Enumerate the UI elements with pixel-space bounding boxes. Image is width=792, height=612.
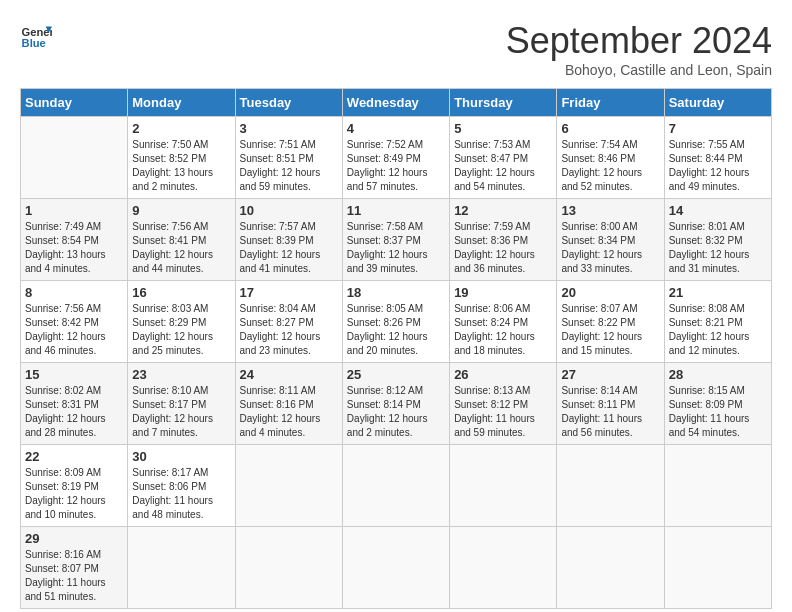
calendar-week-row: 1Sunrise: 7:49 AMSunset: 8:54 PMDaylight… (21, 199, 772, 281)
calendar-cell: 21Sunrise: 8:08 AMSunset: 8:21 PMDayligh… (664, 281, 771, 363)
calendar-cell: 22Sunrise: 8:09 AMSunset: 8:19 PMDayligh… (21, 445, 128, 527)
day-number: 14 (669, 203, 767, 218)
calendar-cell: 12Sunrise: 7:59 AMSunset: 8:36 PMDayligh… (450, 199, 557, 281)
calendar-cell (342, 445, 449, 527)
day-info: Sunrise: 7:53 AMSunset: 8:47 PMDaylight:… (454, 138, 552, 194)
day-info: Sunrise: 7:56 AMSunset: 8:41 PMDaylight:… (132, 220, 230, 276)
day-info: Sunrise: 8:10 AMSunset: 8:17 PMDaylight:… (132, 384, 230, 440)
calendar-week-row: 22Sunrise: 8:09 AMSunset: 8:19 PMDayligh… (21, 445, 772, 527)
day-info: Sunrise: 8:08 AMSunset: 8:21 PMDaylight:… (669, 302, 767, 358)
day-info: Sunrise: 8:00 AMSunset: 8:34 PMDaylight:… (561, 220, 659, 276)
calendar-cell: 10Sunrise: 7:57 AMSunset: 8:39 PMDayligh… (235, 199, 342, 281)
day-info: Sunrise: 7:52 AMSunset: 8:49 PMDaylight:… (347, 138, 445, 194)
calendar-cell (235, 445, 342, 527)
title-block: September 2024 Bohoyo, Castille and Leon… (506, 20, 772, 78)
weekday-header-saturday: Saturday (664, 89, 771, 117)
day-info: Sunrise: 7:54 AMSunset: 8:46 PMDaylight:… (561, 138, 659, 194)
weekday-header-row: SundayMondayTuesdayWednesdayThursdayFrid… (21, 89, 772, 117)
day-info: Sunrise: 7:51 AMSunset: 8:51 PMDaylight:… (240, 138, 338, 194)
day-number: 10 (240, 203, 338, 218)
day-number: 11 (347, 203, 445, 218)
day-number: 7 (669, 121, 767, 136)
day-number: 1 (25, 203, 123, 218)
calendar-cell: 20Sunrise: 8:07 AMSunset: 8:22 PMDayligh… (557, 281, 664, 363)
weekday-header-tuesday: Tuesday (235, 89, 342, 117)
day-info: Sunrise: 7:59 AMSunset: 8:36 PMDaylight:… (454, 220, 552, 276)
day-number: 23 (132, 367, 230, 382)
day-number: 24 (240, 367, 338, 382)
day-number: 12 (454, 203, 552, 218)
day-number: 19 (454, 285, 552, 300)
calendar-cell (21, 117, 128, 199)
day-number: 17 (240, 285, 338, 300)
calendar-cell: 1Sunrise: 7:49 AMSunset: 8:54 PMDaylight… (21, 199, 128, 281)
calendar-cell: 11Sunrise: 7:58 AMSunset: 8:37 PMDayligh… (342, 199, 449, 281)
day-info: Sunrise: 8:06 AMSunset: 8:24 PMDaylight:… (454, 302, 552, 358)
calendar-cell (235, 527, 342, 609)
day-number: 21 (669, 285, 767, 300)
location-subtitle: Bohoyo, Castille and Leon, Spain (506, 62, 772, 78)
calendar-cell: 23Sunrise: 8:10 AMSunset: 8:17 PMDayligh… (128, 363, 235, 445)
day-info: Sunrise: 8:09 AMSunset: 8:19 PMDaylight:… (25, 466, 123, 522)
day-info: Sunrise: 8:14 AMSunset: 8:11 PMDaylight:… (561, 384, 659, 440)
day-number: 25 (347, 367, 445, 382)
calendar-cell (664, 527, 771, 609)
calendar-week-row: 8Sunrise: 7:56 AMSunset: 8:42 PMDaylight… (21, 281, 772, 363)
calendar-cell: 9Sunrise: 7:56 AMSunset: 8:41 PMDaylight… (128, 199, 235, 281)
calendar-cell (342, 527, 449, 609)
weekday-header-thursday: Thursday (450, 89, 557, 117)
day-info: Sunrise: 8:11 AMSunset: 8:16 PMDaylight:… (240, 384, 338, 440)
day-number: 26 (454, 367, 552, 382)
day-info: Sunrise: 8:03 AMSunset: 8:29 PMDaylight:… (132, 302, 230, 358)
day-info: Sunrise: 7:50 AMSunset: 8:52 PMDaylight:… (132, 138, 230, 194)
calendar-cell: 25Sunrise: 8:12 AMSunset: 8:14 PMDayligh… (342, 363, 449, 445)
calendar-cell: 2Sunrise: 7:50 AMSunset: 8:52 PMDaylight… (128, 117, 235, 199)
calendar-cell: 7Sunrise: 7:55 AMSunset: 8:44 PMDaylight… (664, 117, 771, 199)
calendar-cell: 29Sunrise: 8:16 AMSunset: 8:07 PMDayligh… (21, 527, 128, 609)
calendar-cell: 27Sunrise: 8:14 AMSunset: 8:11 PMDayligh… (557, 363, 664, 445)
calendar-cell: 8Sunrise: 7:56 AMSunset: 8:42 PMDaylight… (21, 281, 128, 363)
page-header: General Blue September 2024 Bohoyo, Cast… (20, 20, 772, 78)
calendar-cell (557, 445, 664, 527)
calendar-cell: 19Sunrise: 8:06 AMSunset: 8:24 PMDayligh… (450, 281, 557, 363)
day-info: Sunrise: 7:55 AMSunset: 8:44 PMDaylight:… (669, 138, 767, 194)
day-info: Sunrise: 7:58 AMSunset: 8:37 PMDaylight:… (347, 220, 445, 276)
day-info: Sunrise: 8:15 AMSunset: 8:09 PMDaylight:… (669, 384, 767, 440)
day-number: 22 (25, 449, 123, 464)
calendar-cell: 28Sunrise: 8:15 AMSunset: 8:09 PMDayligh… (664, 363, 771, 445)
day-number: 16 (132, 285, 230, 300)
calendar-cell (128, 527, 235, 609)
calendar-cell: 6Sunrise: 7:54 AMSunset: 8:46 PMDaylight… (557, 117, 664, 199)
day-info: Sunrise: 8:01 AMSunset: 8:32 PMDaylight:… (669, 220, 767, 276)
day-number: 13 (561, 203, 659, 218)
calendar-cell (450, 445, 557, 527)
day-number: 3 (240, 121, 338, 136)
calendar-table: SundayMondayTuesdayWednesdayThursdayFrid… (20, 88, 772, 609)
day-number: 28 (669, 367, 767, 382)
day-info: Sunrise: 8:07 AMSunset: 8:22 PMDaylight:… (561, 302, 659, 358)
day-info: Sunrise: 8:04 AMSunset: 8:27 PMDaylight:… (240, 302, 338, 358)
calendar-cell (450, 527, 557, 609)
calendar-week-row: 29Sunrise: 8:16 AMSunset: 8:07 PMDayligh… (21, 527, 772, 609)
day-info: Sunrise: 7:49 AMSunset: 8:54 PMDaylight:… (25, 220, 123, 276)
day-info: Sunrise: 8:13 AMSunset: 8:12 PMDaylight:… (454, 384, 552, 440)
day-number: 9 (132, 203, 230, 218)
month-title: September 2024 (506, 20, 772, 62)
svg-text:Blue: Blue (22, 37, 46, 49)
calendar-cell: 16Sunrise: 8:03 AMSunset: 8:29 PMDayligh… (128, 281, 235, 363)
calendar-week-row: 15Sunrise: 8:02 AMSunset: 8:31 PMDayligh… (21, 363, 772, 445)
day-info: Sunrise: 7:57 AMSunset: 8:39 PMDaylight:… (240, 220, 338, 276)
day-info: Sunrise: 8:05 AMSunset: 8:26 PMDaylight:… (347, 302, 445, 358)
day-info: Sunrise: 8:16 AMSunset: 8:07 PMDaylight:… (25, 548, 123, 604)
calendar-cell: 3Sunrise: 7:51 AMSunset: 8:51 PMDaylight… (235, 117, 342, 199)
calendar-cell: 13Sunrise: 8:00 AMSunset: 8:34 PMDayligh… (557, 199, 664, 281)
weekday-header-friday: Friday (557, 89, 664, 117)
calendar-cell: 14Sunrise: 8:01 AMSunset: 8:32 PMDayligh… (664, 199, 771, 281)
calendar-cell: 30Sunrise: 8:17 AMSunset: 8:06 PMDayligh… (128, 445, 235, 527)
day-info: Sunrise: 7:56 AMSunset: 8:42 PMDaylight:… (25, 302, 123, 358)
day-number: 20 (561, 285, 659, 300)
day-number: 8 (25, 285, 123, 300)
calendar-cell: 5Sunrise: 7:53 AMSunset: 8:47 PMDaylight… (450, 117, 557, 199)
logo-icon: General Blue (20, 20, 52, 52)
day-number: 6 (561, 121, 659, 136)
